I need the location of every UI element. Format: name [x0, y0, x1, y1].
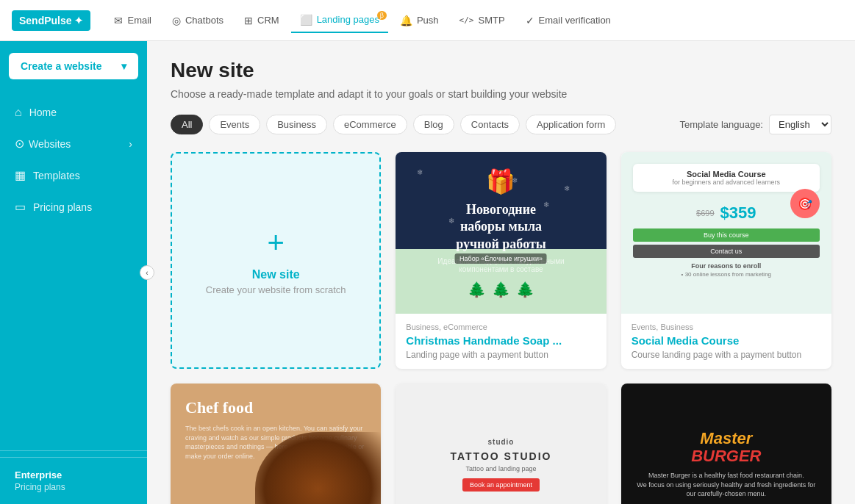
language-label: Template language: — [680, 119, 763, 130]
filter-bar: All Events Business eCommerce Blog Conta… — [171, 115, 831, 134]
page-title: New site — [171, 59, 831, 82]
chef-thumb-bg: Chef food The best chefs cook in an open… — [171, 384, 381, 504]
tattoo-subtitle-text: Tattoo and landing page — [465, 465, 536, 472]
contact-button-thumb: Contact us — [633, 245, 820, 258]
course-title-text: Social Media Course — [642, 170, 811, 179]
sidebar-item-pricing[interactable]: ▭ Pricing plans — [0, 191, 147, 223]
filter-ecommerce[interactable]: eCommerce — [333, 115, 407, 134]
create-website-button[interactable]: Create a website ▾ — [9, 53, 138, 79]
language-selector-group: Template language: English Russian Spani… — [680, 115, 831, 134]
burger-burger-text: BURGER — [691, 447, 761, 465]
nav-chatbots[interactable]: ◎ Chatbots — [163, 9, 232, 32]
language-select[interactable]: English Russian Spanish — [769, 115, 831, 134]
pricing-icon: ▭ — [15, 200, 26, 214]
nav-smtp[interactable]: </> SMTP — [451, 9, 514, 32]
sidebar-home-label: Home — [29, 107, 57, 118]
nav-push[interactable]: 🔔 Push — [391, 9, 448, 32]
nav-landing[interactable]: ⬜ Landing pages β — [291, 8, 388, 33]
decor-target-icon: 🎯 — [790, 189, 820, 218]
page-subtitle: Choose a ready-made template and adapt i… — [171, 88, 831, 100]
tattoo-thumb-bg: studio TATTOO STUDIO Tattoo and landing … — [396, 384, 606, 504]
template-card-tattoo[interactable]: studio TATTOO STUDIO Tattoo and landing … — [396, 384, 606, 504]
filter-events[interactable]: Events — [209, 115, 260, 134]
buy-button-thumb: Buy this course — [633, 228, 820, 242]
burger-master-text: Master — [691, 430, 761, 447]
sidebar-item-templates[interactable]: ▦ Templates — [0, 159, 147, 191]
filter-application[interactable]: Application form — [526, 115, 616, 134]
old-price: $699 — [696, 209, 714, 217]
nav-email-verify[interactable]: ✓ Email verification — [517, 9, 620, 32]
burger-thumbnail: Master BURGER Master Burger is a healthy… — [621, 384, 831, 504]
chef-title-text: Chef food — [185, 398, 253, 417]
nav-items: ✉ Email ◎ Chatbots ⊞ CRM ⬜ Landing pages… — [105, 8, 843, 33]
soap-thumbnail: ❄ ❄ ❄ ❄ ❄ 🎁 Новогодниенаборы мыларучной … — [396, 152, 606, 314]
sidebar-websites-label: Websites — [29, 138, 71, 150]
filter-all[interactable]: All — [171, 115, 203, 134]
template-card-soap[interactable]: ❄ ❄ ❄ ❄ ❄ 🎁 Новогодниенаборы мыларучной … — [396, 152, 606, 369]
social-category: Events, Business — [632, 323, 821, 331]
websites-icon: ⊙ — [15, 137, 24, 151]
logo[interactable]: SendPulse ✦ — [12, 10, 90, 31]
price-section: $699 $359 — [696, 204, 756, 223]
new-site-card[interactable]: + New site Create your website from scra… — [171, 152, 381, 369]
sidebar-templates-label: Templates — [33, 170, 80, 181]
tree-icon-2: 🌲 — [492, 281, 510, 298]
social-template-info: Events, Business Social Media Course Cou… — [621, 314, 831, 369]
chevron-down-icon: ▾ — [121, 60, 126, 72]
new-site-title: New site — [252, 268, 300, 281]
chevron-right-icon: › — [129, 138, 132, 150]
main-layout: Create a website ▾ ⌂ Home ⊙ Websites › ▦… — [0, 41, 855, 504]
tattoo-studio-logo: studio — [487, 438, 514, 446]
sidebar-pricing-label: Pricing plans — [33, 201, 92, 213]
social-name: Social Media Course — [632, 334, 821, 347]
filter-business[interactable]: Business — [266, 115, 327, 134]
gift-icon: 🎁 — [486, 168, 515, 195]
nav-chatbots-label: Chatbots — [185, 15, 223, 26]
soap-badge-label: Набор «Ёлочные игрушки» — [455, 253, 547, 264]
course-subtitle-text: for beginners and advanced learners — [642, 179, 811, 186]
email-icon: ✉ — [114, 15, 123, 26]
soap-name: Christmas Handmade Soap ... — [406, 334, 595, 347]
soap-thumb-bg: ❄ ❄ ❄ ❄ ❄ 🎁 Новогодниенаборы мыларучной … — [396, 152, 606, 314]
enterprise-label: Enterprise — [15, 469, 132, 480]
soap-template-info: Business, eCommerce Christmas Handmade S… — [396, 314, 606, 369]
new-price: $359 — [720, 204, 756, 223]
template-card-chef[interactable]: Chef food The best chefs cook in an open… — [171, 384, 381, 504]
social-thumb-bg: Social Media Course for beginners and ad… — [621, 152, 831, 314]
burger-desc-text: Master Burger is a healthy fast food res… — [633, 471, 820, 499]
plus-icon: + — [267, 226, 284, 259]
sidebar-item-home[interactable]: ⌂ Home — [0, 97, 147, 128]
smtp-icon: </> — [459, 15, 474, 25]
tree-decoration: 🌲 🌲 🌲 — [468, 281, 534, 298]
top-navigation: SendPulse ✦ ✉ Email ◎ Chatbots ⊞ CRM ⬜ L… — [0, 0, 855, 41]
template-card-social[interactable]: Social Media Course for beginners and ad… — [621, 152, 831, 369]
filter-contacts[interactable]: Contacts — [460, 115, 520, 134]
tree-icon-3: 🌲 — [516, 281, 534, 298]
sidebar-item-websites[interactable]: ⊙ Websites › — [0, 128, 147, 159]
nav-email-verify-label: Email verification — [539, 15, 611, 26]
tattoo-title-text: TATTOO STUDIO — [450, 450, 551, 462]
burger-thumb-bg: Master BURGER Master Burger is a healthy… — [621, 384, 831, 504]
chef-thumbnail: Chef food The best chefs cook in an open… — [171, 384, 381, 504]
tattoo-book-button[interactable]: Book an appointment — [462, 478, 540, 492]
nav-email-label: Email — [127, 15, 151, 26]
filter-blog[interactable]: Blog — [413, 115, 454, 134]
template-grid: + New site Create your website from scra… — [171, 152, 831, 504]
soap-desc: Landing page with a payment button — [406, 350, 595, 360]
template-card-burger[interactable]: Master BURGER Master Burger is a healthy… — [621, 384, 831, 504]
main-content: New site Choose a ready-made template an… — [147, 41, 855, 504]
filter-tags: All Events Business eCommerce Blog Conta… — [171, 115, 616, 134]
sidebar-pricing-plans-label: Pricing plans — [15, 482, 132, 492]
home-icon: ⌂ — [15, 106, 22, 119]
social-thumbnail: Social Media Course for beginners and ad… — [621, 152, 831, 314]
create-website-label: Create a website — [21, 60, 102, 72]
new-site-subtitle: Create your website from scratch — [206, 284, 346, 295]
nav-email[interactable]: ✉ Email — [105, 9, 160, 32]
soap-title-text: Новогодниенаборы мыларучной работы — [456, 201, 546, 253]
sidebar-collapse-button[interactable]: ‹ — [140, 265, 154, 280]
nav-push-label: Push — [417, 15, 439, 26]
social-desc: Course landing page with a payment butto… — [632, 350, 821, 360]
burger-logo-text: Master BURGER — [691, 430, 761, 465]
nav-crm[interactable]: ⊞ CRM — [235, 9, 288, 32]
templates-icon: ▦ — [15, 168, 26, 182]
